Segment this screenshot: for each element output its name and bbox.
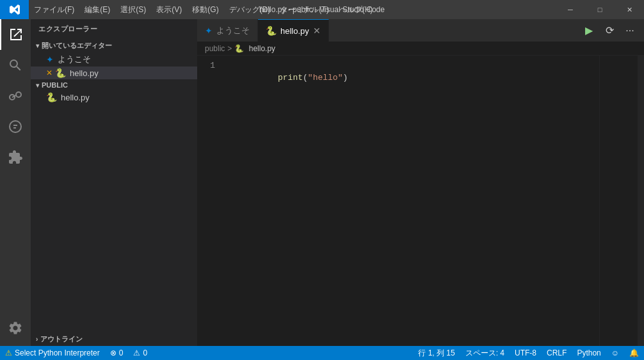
tab-toolbar-row: ✦ ようこそ 🐍 hello.py ✕ ▶ ⟳ ··· <box>197 19 644 42</box>
modified-icon: ✕ <box>46 68 52 77</box>
activity-bar <box>0 19 31 346</box>
tab-hello-py[interactable]: 🐍 hello.py ✕ <box>258 19 329 42</box>
errors-status[interactable]: ⊗ 0 <box>105 346 129 360</box>
python-tab-icon: 🐍 <box>266 26 277 36</box>
line-numbers: 1 <box>197 56 223 346</box>
tab-welcome-label: ようこそ <box>216 25 250 36</box>
title-bar: ファイル(F) 編集(E) 選択(S) 表示(V) 移動(G) デバッグ(D) … <box>0 0 644 19</box>
open-editor-hello-name: hello.py <box>70 68 99 78</box>
vscode-tab-icon: ✦ <box>205 26 213 36</box>
source-control-icon <box>8 88 23 104</box>
public-header[interactable]: ▾ PUBLIC <box>31 79 197 91</box>
bell-icon: 🔔 <box>629 348 639 357</box>
python-interpreter-status[interactable]: ⚠ Select Python Interpreter <box>0 346 105 360</box>
breadcrumb-file[interactable]: 🐍 hello.py <box>234 44 275 53</box>
outline-label: アウトライン <box>40 334 83 344</box>
open-editor-hello[interactable]: ✕ 🐍 hello.py <box>31 67 197 79</box>
python-file-icon: 🐍 <box>55 68 66 78</box>
cursor-position[interactable]: 行 1, 列 15 <box>413 346 460 360</box>
public-hello-py-name: hello.py <box>61 93 90 102</box>
menu-view[interactable]: 表示(V) <box>151 0 187 19</box>
encoding-label: UTF-8 <box>515 348 536 357</box>
open-editor-welcome[interactable]: ✦ ようこそ <box>31 52 197 67</box>
status-bar-right: 行 1, 列 15 スペース: 4 UTF-8 CRLF Python ☺ 🔔 <box>413 346 644 360</box>
tab-welcome[interactable]: ✦ ようこそ <box>197 19 258 42</box>
breadcrumb-python-icon: 🐍 <box>234 44 244 53</box>
close-button[interactable]: ✕ <box>615 0 644 19</box>
menu-file[interactable]: ファイル(F) <box>29 0 79 19</box>
sidebar-title: エクスプローラー <box>31 19 197 39</box>
vscode-file-icon: ✦ <box>46 54 54 65</box>
more-button[interactable]: ··· <box>621 23 639 38</box>
menu-select[interactable]: 選択(S) <box>115 0 151 19</box>
public-tree: 🐍 hello.py <box>31 91 197 104</box>
feedback-icon: ☺ <box>611 348 619 357</box>
vertical-scrollbar[interactable] <box>638 56 644 346</box>
paren-open: ( <box>303 73 308 82</box>
editor-area: ✦ ようこそ 🐍 hello.py ✕ ▶ ⟳ ··· public > 🐍 <box>197 19 644 346</box>
language-mode[interactable]: Python <box>572 346 606 360</box>
maximize-button[interactable]: □ <box>585 0 615 19</box>
language-label: Python <box>577 348 600 357</box>
refresh-button[interactable]: ⟳ <box>600 23 618 38</box>
python-file-icon2: 🐍 <box>46 92 57 102</box>
string-value: "hello" <box>308 73 343 82</box>
vscode-logo-icon <box>8 3 21 16</box>
feedback-button[interactable]: ☺ <box>606 346 624 360</box>
public-hello-py[interactable]: 🐍 hello.py <box>31 91 197 104</box>
window-controls: ─ □ ✕ <box>556 0 644 19</box>
breadcrumb-public[interactable]: public <box>205 44 225 53</box>
python-interpreter-label: Select Python Interpreter <box>15 348 100 357</box>
chevron-down-icon: ▾ <box>36 42 39 49</box>
tab-close-button[interactable]: ✕ <box>313 26 321 36</box>
minimap <box>599 56 638 346</box>
open-editors-tree: ✦ ようこそ ✕ 🐍 hello.py <box>31 52 197 79</box>
open-editor-welcome-name: ようこそ <box>58 54 91 65</box>
search-icon <box>8 58 23 73</box>
activity-bar-bottom <box>0 313 31 346</box>
outline-header[interactable]: › アウトライン <box>31 333 197 346</box>
code-line-1: print("hello") <box>228 59 594 96</box>
activity-extensions[interactable] <box>0 142 31 173</box>
line-ending-label: CRLF <box>547 348 567 357</box>
editor-toolbar: ▶ ⟳ ··· <box>575 19 644 42</box>
extensions-icon <box>8 150 23 165</box>
activity-source-control[interactable] <box>0 81 31 111</box>
activity-settings[interactable] <box>0 313 31 343</box>
warning-triangle-icon: ⚠ <box>5 348 12 357</box>
encoding[interactable]: UTF-8 <box>510 346 542 360</box>
warnings-count: 0 <box>143 348 147 357</box>
tab-hello-py-label: hello.py <box>280 26 309 36</box>
vscode-logo <box>0 0 29 19</box>
breadcrumb-filename: hello.py <box>249 44 275 53</box>
open-editors-header[interactable]: ▾ 開いているエディター <box>31 39 197 52</box>
public-label: PUBLIC <box>42 81 68 89</box>
main-layout: エクスプローラー ▾ 開いているエディター ✦ ようこそ ✕ 🐍 hello.p… <box>0 19 644 346</box>
paren-close: ) <box>342 73 348 82</box>
breadcrumb-separator: > <box>227 44 232 53</box>
chevron-down-icon2: ▾ <box>36 82 39 89</box>
indentation[interactable]: スペース: 4 <box>460 346 510 360</box>
open-editors-label: 開いているエディター <box>42 41 112 51</box>
outline-section: › アウトライン <box>31 333 197 346</box>
warnings-status[interactable]: ⚠ 0 <box>128 346 152 360</box>
minimize-button[interactable]: ─ <box>556 0 585 19</box>
code-editor[interactable]: 1 print("hello") <box>197 56 644 346</box>
activity-explorer[interactable] <box>0 19 31 50</box>
activity-debug[interactable] <box>0 111 31 142</box>
menu-go[interactable]: 移動(G) <box>187 0 223 19</box>
window-title: hello.py - public - Visual Studio Code <box>259 5 385 14</box>
breadcrumb: public > 🐍 hello.py <box>197 42 644 56</box>
settings-gear-icon <box>8 320 23 336</box>
public-section: ▾ PUBLIC 🐍 hello.py <box>31 79 197 104</box>
run-button[interactable]: ▶ <box>580 23 598 38</box>
notifications-button[interactable]: 🔔 <box>624 346 644 360</box>
line-ending[interactable]: CRLF <box>542 346 572 360</box>
sidebar: エクスプローラー ▾ 開いているエディター ✦ ようこそ ✕ 🐍 hello.p… <box>31 19 197 346</box>
menu-edit[interactable]: 編集(E) <box>79 0 115 19</box>
activity-search[interactable] <box>0 50 31 81</box>
status-bar: ⚠ Select Python Interpreter ⊗ 0 ⚠ 0 行 1,… <box>0 346 644 360</box>
code-content[interactable]: print("hello") <box>223 56 599 346</box>
line-number-1: 1 <box>197 59 223 72</box>
tab-bar: ✦ ようこそ 🐍 hello.py ✕ <box>197 19 575 42</box>
